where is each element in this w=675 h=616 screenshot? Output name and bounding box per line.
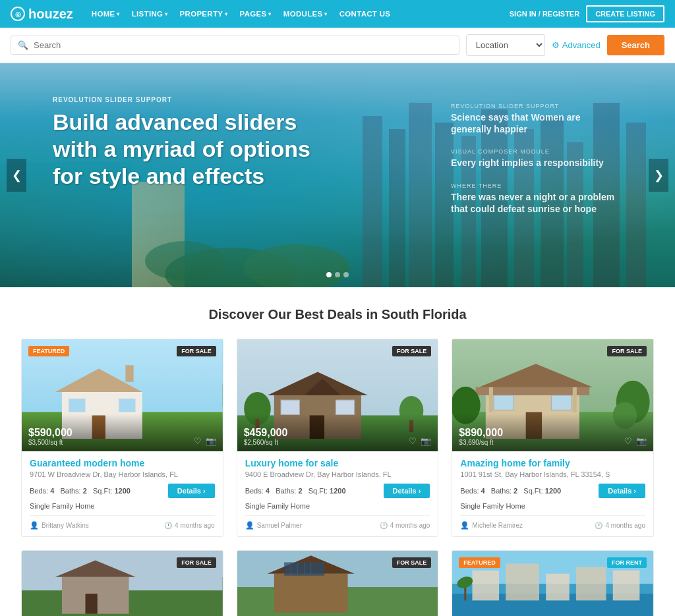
hero-side-label-3: WHERE THERE [451, 182, 622, 189]
card-body-2: Luxury home for sale 9400 E Broadview Dr… [237, 451, 438, 536]
svg-rect-57 [274, 574, 348, 613]
top-navigation: ◎ houzez HOME ▾ LISTING ▾ PROPERTY ▾ PAG… [0, 0, 675, 28]
svg-rect-70 [576, 567, 606, 601]
chevron-down-icon: ▾ [324, 11, 327, 17]
chevron-down-icon: ▾ [165, 11, 167, 17]
card-price-bar-1: $590,000 $3,500/sq ft ♡ 📷 [22, 414, 223, 451]
svg-rect-32 [336, 400, 354, 414]
svg-rect-69 [546, 574, 570, 601]
camera-button-1[interactable]: 📷 [206, 436, 216, 446]
search-input-wrap: 🔍 [11, 36, 459, 55]
search-button[interactable]: Search [607, 35, 664, 55]
card-image-1: FEATURED FOR SALE $590,000 $3,500/sq ft … [22, 339, 223, 451]
nav-home[interactable]: HOME ▾ [86, 0, 125, 28]
badge-featured-6: FEATURED [459, 557, 500, 568]
hero-prev-button[interactable]: ❮ [7, 159, 26, 192]
hero-title: Build advanced sliders with a myriad of … [53, 109, 330, 189]
user-icon-2: 👤 [245, 521, 254, 530]
clock-icon-2: 🕐 [380, 522, 388, 529]
hero-dot-2[interactable] [335, 272, 340, 277]
nav-listing[interactable]: LISTING ▾ [127, 0, 173, 28]
nav-links: HOME ▾ LISTING ▾ PROPERTY ▾ PAGES ▾ MODU… [86, 0, 510, 28]
nav-pages[interactable]: PAGES ▾ [235, 0, 277, 28]
location-select[interactable]: Location [466, 34, 545, 56]
svg-rect-5 [409, 103, 432, 287]
clock-icon-3: 🕐 [595, 522, 602, 529]
card-footer-2: 👤 Samuel Palmer 🕐 4 months ago [245, 515, 430, 530]
card-price-sqft-1: $3,500/sq ft [28, 439, 73, 446]
svg-rect-24 [125, 365, 133, 381]
card-title-2[interactable]: Luxury home for sale [245, 458, 430, 468]
camera-button-3[interactable]: 📷 [636, 436, 647, 446]
card-type-1: Single Family Home [30, 502, 215, 510]
svg-point-16 [145, 241, 224, 281]
hero-content: REVOLUTION SLIDER SUPPORT Build advanced… [53, 96, 330, 189]
card-image-2: FOR SALE $459,000 $2,560/sq ft ♡ 📷 [237, 339, 438, 451]
svg-rect-4 [389, 129, 405, 287]
card-time-2: 🕐 4 months ago [380, 522, 430, 529]
logo[interactable]: ◎ houzez [11, 7, 73, 22]
card-type-2: Single Family Home [245, 502, 430, 510]
hero-dot-3[interactable] [343, 272, 349, 277]
listing-card-5[interactable]: FOR SALE [237, 550, 439, 616]
card-body-3: Amazing home for family 1001 91st St, Ba… [452, 451, 653, 536]
card-price-info-2: $459,000 $2,560/sq ft [244, 427, 288, 446]
card-body-1: Guaranteed modern home 9701 W Broadview … [22, 451, 223, 536]
listing-card-3[interactable]: FOR SALE $890,000 $3,690/sq ft ♡ 📷 Amazi… [452, 339, 654, 537]
nav-modules[interactable]: MODULES ▾ [278, 0, 333, 28]
favorite-button-3[interactable]: ♡ [624, 436, 632, 446]
listing-card-6[interactable]: FEATURED FOR RENT [452, 550, 654, 616]
card-address-3: 1001 91st St, Bay Harbor Islands, FL 331… [460, 470, 645, 478]
svg-rect-54 [85, 594, 97, 613]
advanced-link[interactable]: ⚙ Advanced [552, 40, 601, 50]
listing-card-4[interactable]: FOR SALE [21, 550, 223, 616]
nav-property[interactable]: PROPERTY ▾ [175, 0, 233, 28]
hero-side-text-1: Science says that Women are generally ha… [451, 111, 622, 135]
card-image-3: FOR SALE $890,000 $3,690/sq ft ♡ 📷 [452, 339, 653, 451]
svg-rect-67 [473, 571, 500, 601]
chevron-down-icon: ▾ [268, 11, 271, 17]
sign-in-link[interactable]: SIGN IN / REGISTER [510, 10, 579, 18]
search-input[interactable] [34, 40, 452, 50]
favorite-button-2[interactable]: ♡ [409, 436, 417, 446]
favorite-button-1[interactable]: ♡ [194, 436, 202, 446]
nav-contact[interactable]: CONTACT US [334, 0, 396, 28]
hero-dot-1[interactable] [326, 272, 332, 277]
card-title-3[interactable]: Amazing home for family [460, 458, 645, 468]
svg-rect-43 [573, 387, 577, 412]
svg-rect-22 [69, 399, 85, 412]
details-button-2[interactable]: Details › [384, 484, 430, 498]
card-price-sqft-2: $2,560/sq ft [244, 439, 288, 446]
create-listing-button[interactable]: CREATE LISTING [586, 5, 664, 22]
card-details-row-3: Beds: 4 Baths: 2 Sq.Ft: 1200 Details › [460, 484, 645, 498]
svg-rect-46 [552, 395, 572, 410]
badge-sale-2: FOR SALE [392, 346, 432, 356]
card-title-1[interactable]: Guaranteed modern home [30, 458, 215, 468]
details-button-1[interactable]: Details › [168, 484, 215, 498]
card-footer-1: 👤 Brittany Watkins 🕐 4 months ago [30, 515, 215, 530]
card-specs-3: Beds: 4 Baths: 2 Sq.Ft: 1200 [460, 487, 561, 495]
hero-side-item-1: REVOLUTION SLIDER SUPPORT Science says t… [451, 103, 622, 135]
card-footer-3: 👤 Michelle Ramirez 🕐 4 months ago [460, 515, 645, 530]
listing-card-1[interactable]: FEATURED FOR SALE $590,000 $3,500/sq ft … [21, 339, 223, 537]
hero-next-button[interactable]: ❯ [649, 159, 668, 192]
chevron-down-icon: ▾ [117, 11, 119, 17]
details-button-3[interactable]: Details › [599, 484, 645, 498]
badge-sale-5: FOR SALE [392, 557, 432, 568]
card-price-actions-1: ♡ 📷 [194, 436, 216, 446]
camera-button-2[interactable]: 📷 [421, 436, 431, 446]
card-address-2: 9400 E Broadview Dr, Bay Harbor Islands,… [245, 470, 430, 478]
listings-grid: FEATURED FOR SALE $590,000 $3,500/sq ft … [21, 339, 654, 537]
listing-card-2[interactable]: FOR SALE $459,000 $2,560/sq ft ♡ 📷 Luxur… [237, 339, 439, 537]
clock-icon-1: 🕐 [164, 522, 172, 529]
card-agent-2: 👤 Samuel Palmer [245, 521, 302, 530]
hero-side-text-2: Every right implies a responsibility [451, 157, 622, 169]
user-icon-3: 👤 [460, 521, 469, 530]
discover-section: Discover Our Best Deals in South Florida [0, 287, 675, 616]
card-price-bar-3: $890,000 $3,690/sq ft ♡ 📷 [452, 414, 653, 451]
svg-rect-45 [494, 395, 514, 410]
badge-sale-3: FOR SALE [607, 346, 647, 356]
svg-rect-68 [506, 564, 540, 601]
hero-side-items: REVOLUTION SLIDER SUPPORT Science says t… [451, 103, 622, 215]
card-price-actions-3: ♡ 📷 [624, 436, 647, 446]
